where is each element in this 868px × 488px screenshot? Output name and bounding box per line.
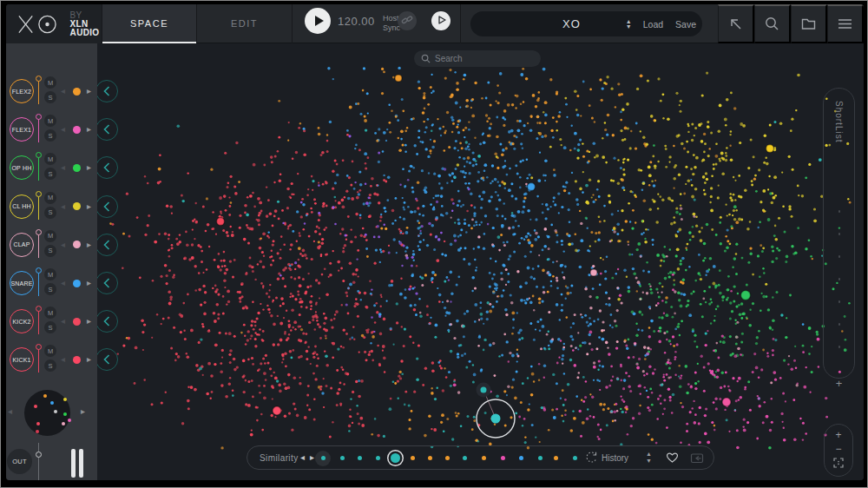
sample-marker[interactable] [217,218,225,226]
solo-button[interactable]: S [44,207,56,219]
channel-fader-track[interactable] [38,117,40,142]
space-canvas[interactable]: Search ShortList + + − [97,43,864,480]
similarity-dot[interactable] [358,456,362,460]
solo-button[interactable]: S [44,359,56,372]
similarity-dot[interactable] [411,456,415,460]
selected-sample-dot[interactable] [491,414,501,424]
channel-locate-chevron[interactable] [97,195,118,218]
prev-sample-arrow[interactable]: ◂ [61,277,65,289]
channel-pad[interactable]: KICK2 [10,309,34,333]
similarity-dot[interactable] [445,456,450,460]
browser-button[interactable] [791,4,827,43]
mute-button[interactable]: M [44,76,56,89]
similarity-next-arrow[interactable]: ▸ [310,452,314,462]
shortlist-drawer[interactable]: ShortList + [823,88,855,379]
channel-pad[interactable]: CL HH [10,195,34,219]
similarity-dot[interactable] [463,456,467,460]
bpm-display[interactable]: 120.00 [338,15,375,28]
zoom-out-button[interactable]: − [835,444,841,454]
favorite-button[interactable] [666,452,679,466]
preset-selector[interactable]: XO ▲▼ Load Save [470,11,702,36]
similarity-dot-selected[interactable] [391,453,400,463]
similarity-dot[interactable] [482,456,486,460]
menu-button[interactable] [827,4,864,43]
channel-fader-track[interactable] [38,347,40,373]
similarity-dot[interactable] [340,456,345,460]
next-sample-arrow[interactable]: ▸ [87,353,91,366]
prev-sample-arrow[interactable]: ◂ [61,239,65,251]
sample-marker[interactable] [766,145,774,153]
mute-button[interactable]: M [44,230,56,242]
next-sample-arrow[interactable]: ▸ [87,239,91,251]
mute-button[interactable]: M [44,307,56,319]
preset-prev-next[interactable]: ▲▼ [626,19,632,30]
solo-button[interactable]: S [44,321,56,333]
similarity-dot[interactable] [538,456,542,460]
channel-fader-track[interactable] [38,233,40,258]
similarity-prev-arrow[interactable]: ◂ [300,452,305,462]
similarity-dot[interactable] [376,456,380,460]
next-sample-arrow[interactable]: ▸ [87,201,91,213]
sample-marker[interactable] [741,291,751,300]
sample-marker[interactable] [528,183,536,191]
next-sample-arrow[interactable]: ▸ [87,162,91,174]
sample-scatter-map[interactable] [97,43,864,480]
channel-fader-knob[interactable] [36,76,42,82]
solo-button[interactable]: S [44,283,56,295]
channel-pad[interactable]: CLAP [10,233,34,257]
channel-pad[interactable]: FLEX1 [10,117,34,142]
mute-button[interactable]: M [44,153,56,165]
prev-sample-arrow[interactable]: ◂ [61,201,65,213]
out-fader-track[interactable] [38,443,39,480]
similarity-dot[interactable] [321,456,326,460]
prev-sample-arrow[interactable]: ◂ [61,162,65,174]
prev-sample-arrow[interactable]: ◂ [61,315,65,327]
prev-sample-arrow[interactable]: ◂ [61,85,65,97]
tab-edit[interactable]: EDIT [196,4,292,43]
channel-fader-track[interactable] [38,195,40,220]
channel-fader-knob[interactable] [36,152,42,158]
refresh-similar-button[interactable] [584,451,599,468]
similarity-dot[interactable] [554,456,558,460]
out-fader-knob[interactable] [36,452,42,458]
channel-fader-knob[interactable] [36,191,42,197]
host-sync-toggle[interactable] [398,11,417,30]
channel-fader-track[interactable] [38,79,40,104]
sample-marker[interactable] [273,406,281,415]
minimap-next-arrow[interactable]: ▸ [81,406,85,416]
prev-sample-arrow[interactable]: ◂ [61,123,65,135]
channel-fader-knob[interactable] [36,114,42,120]
channel-fader-track[interactable] [38,155,40,181]
mute-button[interactable]: M [44,192,56,204]
sample-marker[interactable] [590,269,597,276]
load-button[interactable]: Load [643,19,663,30]
similarity-dot[interactable] [519,456,523,460]
next-sample-arrow[interactable]: ▸ [87,277,91,289]
next-sample-arrow[interactable]: ▸ [87,315,91,327]
save-button[interactable]: Save [675,19,696,30]
channel-fader-knob[interactable] [36,229,42,235]
minimap-prev-arrow[interactable]: ◂ [8,406,12,416]
mute-button[interactable]: M [44,345,56,357]
search-input[interactable]: Search [414,50,541,67]
channel-pad[interactable]: FLEX2 [10,79,34,103]
channel-fader-track[interactable] [38,271,40,296]
channel-fader-knob[interactable] [36,306,42,312]
search-button[interactable] [754,4,791,43]
channel-pad[interactable]: SNARE [10,271,34,295]
channel-fader-track[interactable] [38,309,40,334]
similarity-dot[interactable] [501,456,505,460]
solo-button[interactable]: S [44,129,56,142]
pointer-button[interactable] [718,4,754,43]
solo-button[interactable]: S [44,245,56,257]
solo-button[interactable]: S [44,168,56,180]
zoom-in-button[interactable]: + [835,430,841,440]
play-button[interactable] [305,8,331,34]
channel-fader-knob[interactable] [36,344,42,350]
solo-button[interactable]: S [44,91,56,103]
next-sample-arrow[interactable]: ▸ [87,85,91,97]
prev-sample-arrow[interactable]: ◂ [61,353,65,366]
out-button[interactable]: OUT [7,449,32,474]
mute-button[interactable]: M [44,115,56,127]
linked-sample-dot[interactable] [481,387,487,393]
